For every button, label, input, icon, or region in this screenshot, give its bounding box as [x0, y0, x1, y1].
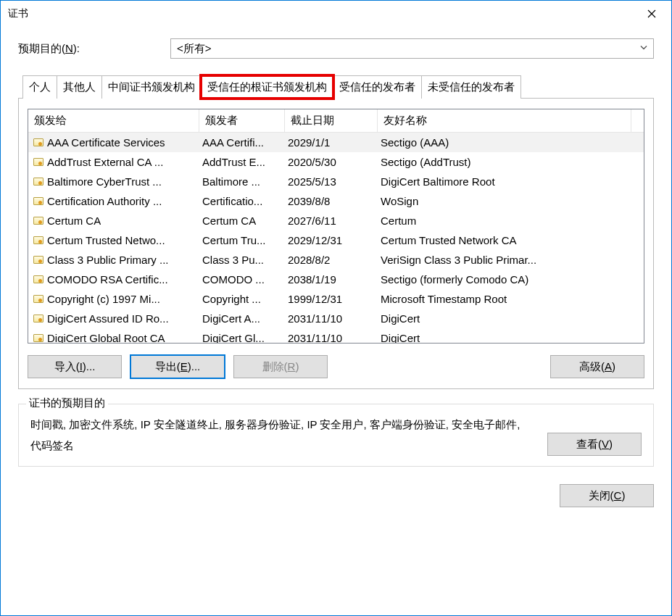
certificate-icon: [33, 157, 44, 167]
certificate-list: 颁发给 颁发者 截止日期 友好名称 AAA Certificate Servic…: [28, 109, 644, 344]
cell-issued-by: Certum CA: [199, 213, 285, 228]
cell-issued-to: Certification Authority ...: [28, 193, 199, 209]
cell-issued-to: Baltimore CyberTrust ...: [28, 174, 199, 189]
cell-expiry: 2027/6/11: [285, 213, 378, 228]
certificate-icon: [33, 216, 44, 226]
intended-purpose-label: 预期目的(N):: [18, 42, 170, 56]
tabs: 个人其他人中间证书颁发机构受信任的根证书颁发机构受信任的发布者未受信任的发布者: [18, 75, 654, 99]
cell-issued-to: AAA Certificate Services: [28, 135, 199, 150]
col-scroll-gap: [631, 109, 644, 133]
table-row[interactable]: Certum CACertum CA2027/6/11Certum: [28, 211, 644, 230]
cell-friendly-name: VeriSign Class 3 Public Primar...: [378, 252, 644, 267]
cell-friendly-name: Sectigo (AddTrust): [378, 154, 644, 170]
cell-friendly-name: DigiCert: [378, 330, 644, 343]
cell-issued-to: Certum Trusted Netwo...: [28, 233, 199, 248]
window-title: 证书: [8, 7, 635, 20]
list-body[interactable]: AAA Certificate ServicesAAA Certifi...20…: [28, 133, 644, 343]
cell-issued-by: DigiCert Gl...: [199, 330, 285, 343]
cell-issued-to: Class 3 Public Primary ...: [28, 252, 199, 267]
certificate-icon: [33, 196, 44, 207]
tab-5[interactable]: 未受信任的发布者: [421, 75, 521, 99]
cell-issued-to: Copyright (c) 1997 Mi...: [28, 291, 199, 307]
certificate-icon: [33, 294, 44, 304]
tab-0[interactable]: 个人: [22, 75, 57, 99]
cell-expiry: 2020/5/30: [285, 154, 378, 170]
close-icon[interactable]: [635, 2, 668, 25]
cell-friendly-name: Microsoft Timestamp Root: [378, 291, 644, 307]
table-row[interactable]: Certum Trusted Netwo...Certum Tru...2029…: [28, 230, 644, 250]
cell-issued-to: AddTrust External CA ...: [28, 154, 199, 170]
cell-issued-by: Copyright ...: [199, 291, 285, 307]
col-issued-by[interactable]: 颁发者: [199, 109, 285, 133]
cell-expiry: 2029/12/31: [285, 233, 378, 248]
col-issued-to[interactable]: 颁发给: [28, 109, 199, 133]
intended-purpose-value: <所有>: [177, 42, 212, 56]
cell-issued-to: DigiCert Assured ID Ro...: [28, 311, 199, 326]
cell-friendly-name: Sectigo (formerly Comodo CA): [378, 272, 644, 287]
cell-friendly-name: DigiCert: [378, 311, 644, 326]
cell-friendly-name: WoSign: [378, 193, 644, 209]
tab-3[interactable]: 受信任的根证书颁发机构: [201, 75, 333, 99]
cell-issued-by: AddTrust E...: [199, 154, 285, 170]
tab-1[interactable]: 其他人: [57, 75, 102, 99]
cell-issued-to: COMODO RSA Certific...: [28, 272, 199, 287]
cell-friendly-name: Certum Trusted Network CA: [378, 233, 644, 248]
cell-expiry: 1999/12/31: [285, 291, 378, 307]
cell-expiry: 2039/8/8: [285, 193, 378, 209]
list-header: 颁发给 颁发者 截止日期 友好名称: [28, 109, 644, 133]
cell-expiry: 2031/11/10: [285, 330, 378, 343]
cell-expiry: 2029/1/1: [285, 135, 378, 150]
import-button[interactable]: 导入(I)...: [28, 355, 122, 378]
cell-issued-by: Baltimore ...: [199, 174, 285, 189]
certificate-icon: [33, 177, 44, 187]
table-row[interactable]: Baltimore CyberTrust ...Baltimore ...202…: [28, 172, 644, 191]
cell-issued-to: Certum CA: [28, 213, 199, 228]
certificate-icon: [33, 314, 44, 324]
cell-issued-by: AAA Certifi...: [199, 135, 285, 150]
col-friendly-name[interactable]: 友好名称: [378, 109, 631, 133]
titlebar: 证书: [1, 1, 671, 27]
tab-2[interactable]: 中间证书颁发机构: [101, 75, 202, 99]
certificate-icon: [33, 333, 44, 344]
certificate-icon: [33, 275, 44, 285]
view-button[interactable]: 查看(V): [547, 433, 642, 456]
table-row[interactable]: AAA Certificate ServicesAAA Certifi...20…: [28, 133, 644, 152]
table-row[interactable]: Copyright (c) 1997 Mi...Copyright ...199…: [28, 289, 644, 309]
cell-issued-by: Certificatio...: [199, 193, 285, 209]
purpose-fieldset: 证书的预期目的 时间戳, 加密文件系统, IP 安全隧道终止, 服务器身份验证,…: [18, 404, 654, 467]
cell-issued-by: Class 3 Pu...: [199, 252, 285, 267]
cell-expiry: 2025/5/13: [285, 174, 378, 189]
export-button[interactable]: 导出(E)...: [130, 355, 225, 378]
table-row[interactable]: Class 3 Public Primary ...Class 3 Pu...2…: [28, 250, 644, 270]
table-row[interactable]: AddTrust External CA ...AddTrust E...202…: [28, 152, 644, 172]
table-row[interactable]: DigiCert Global Root CADigiCert Gl...203…: [28, 328, 644, 343]
intended-purpose-select[interactable]: <所有>: [170, 38, 654, 59]
tab-4[interactable]: 受信任的发布者: [333, 75, 422, 99]
close-button[interactable]: 关闭(C): [560, 484, 654, 507]
purpose-fieldset-legend: 证书的预期目的: [26, 396, 108, 410]
cell-expiry: 2038/1/19: [285, 272, 378, 287]
certificate-icon: [33, 138, 44, 148]
certificate-icon: [33, 255, 44, 265]
cell-friendly-name: DigiCert Baltimore Root: [378, 174, 644, 189]
table-row[interactable]: DigiCert Assured ID Ro...DigiCert A...20…: [28, 309, 644, 328]
tab-panel: 颁发给 颁发者 截止日期 友好名称 AAA Certificate Servic…: [18, 99, 654, 389]
certificate-icon: [33, 236, 44, 246]
cell-issued-by: COMODO ...: [199, 272, 285, 287]
advanced-button[interactable]: 高级(A): [550, 355, 644, 378]
cell-expiry: 2028/8/2: [285, 252, 378, 267]
cell-issued-to: DigiCert Global Root CA: [28, 330, 199, 343]
cell-expiry: 2031/11/10: [285, 311, 378, 326]
col-expiry[interactable]: 截止日期: [285, 109, 378, 133]
delete-button[interactable]: 删除(R): [233, 355, 328, 378]
table-row[interactable]: COMODO RSA Certific...COMODO ...2038/1/1…: [28, 270, 644, 289]
cell-issued-by: Certum Tru...: [199, 233, 285, 248]
cell-friendly-name: Sectigo (AAA): [378, 135, 644, 150]
cell-friendly-name: Certum: [378, 213, 644, 228]
cell-issued-by: DigiCert A...: [199, 311, 285, 326]
table-row[interactable]: Certification Authority ...Certificatio.…: [28, 191, 644, 211]
